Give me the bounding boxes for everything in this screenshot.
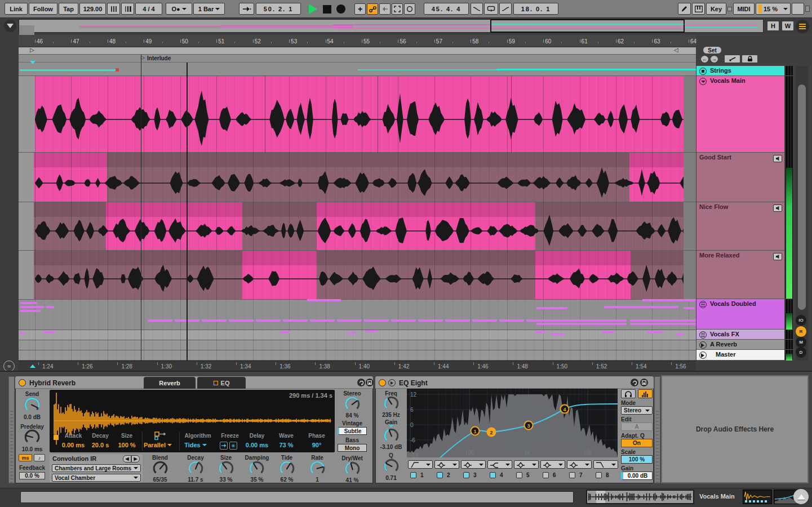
midi-note[interactable] bbox=[202, 319, 227, 322]
loop-marker-triangle[interactable] bbox=[30, 61, 36, 67]
stop-button[interactable] bbox=[323, 5, 331, 14]
toggle-io-section[interactable]: IO bbox=[796, 315, 806, 326]
midi-note[interactable] bbox=[472, 319, 497, 322]
lane-name[interactable]: More Relaxed bbox=[699, 252, 740, 259]
band-2-filter-type-select[interactable] bbox=[434, 460, 459, 469]
send-knob[interactable] bbox=[24, 397, 40, 413]
tempo-field[interactable]: 129.00 bbox=[79, 3, 106, 15]
time-ruler[interactable]: 1:241:261:281:301:321:341:361:381:401:42… bbox=[19, 361, 696, 371]
tab-eq[interactable]: EQ bbox=[197, 377, 246, 389]
tide-knob[interactable] bbox=[279, 461, 295, 476]
strings-automation-segment[interactable] bbox=[358, 69, 496, 70]
insert-marker-playhead[interactable] bbox=[187, 63, 188, 361]
time-signature-field[interactable]: 4 / 4 bbox=[135, 3, 162, 15]
feedback-field[interactable]: 0.0 % bbox=[19, 472, 45, 479]
take-lane-good-start[interactable]: Good Start bbox=[696, 153, 784, 202]
vocals-fx-row[interactable] bbox=[19, 330, 696, 340]
routing-icon[interactable] bbox=[153, 432, 167, 442]
loop-length-field[interactable]: 18. 0. 1 bbox=[513, 3, 558, 15]
midi-note[interactable] bbox=[526, 319, 551, 322]
midi-note[interactable] bbox=[43, 331, 55, 333]
locator-label[interactable]: Interlude bbox=[147, 55, 171, 61]
midi-note[interactable] bbox=[20, 332, 26, 334]
track-name[interactable]: Strings bbox=[710, 67, 731, 74]
capture-midi-button[interactable] bbox=[392, 3, 403, 15]
mode-select[interactable]: Stereo bbox=[621, 406, 653, 415]
algorithm-menu[interactable]: Tides bbox=[178, 442, 213, 448]
midi-note[interactable] bbox=[536, 307, 567, 309]
hot-swap-icon[interactable] bbox=[357, 379, 365, 386]
scroll-marker-triangle[interactable] bbox=[30, 362, 36, 368]
save-preset-icon[interactable] bbox=[640, 379, 648, 386]
take-lane-more-relaxed[interactable]: More Relaxed bbox=[696, 251, 784, 299]
midi-note[interactable] bbox=[229, 319, 254, 322]
midi-note[interactable] bbox=[642, 299, 696, 301]
band-4-filter-type-select[interactable] bbox=[487, 460, 512, 469]
prev-ir-button[interactable]: ◀ bbox=[123, 455, 131, 462]
audition-icon[interactable] bbox=[621, 389, 636, 398]
loop-button[interactable] bbox=[484, 3, 498, 15]
midi-note[interactable] bbox=[281, 331, 290, 333]
freq-knob[interactable] bbox=[384, 396, 399, 411]
punch-out-button[interactable] bbox=[499, 3, 512, 15]
midi-note[interactable] bbox=[256, 319, 281, 322]
band-7-enable-checkbox[interactable] bbox=[569, 472, 575, 478]
band-3-filter-type-select[interactable] bbox=[461, 460, 486, 469]
midi-note[interactable] bbox=[445, 319, 470, 322]
spectrum-toggle-icon[interactable] bbox=[638, 389, 653, 398]
punch-in-button[interactable] bbox=[471, 3, 483, 15]
midi-note[interactable] bbox=[499, 319, 524, 322]
automation-mode-button[interactable] bbox=[724, 55, 740, 63]
track-header-vocals-main[interactable]: Vocals Main bbox=[696, 76, 784, 153]
groove-amount-button[interactable]: O● bbox=[166, 3, 192, 15]
computer-midi-keyboard-button[interactable] bbox=[692, 3, 705, 15]
session-record-button[interactable] bbox=[404, 3, 415, 15]
midi-note[interactable] bbox=[536, 323, 627, 325]
midi-note[interactable] bbox=[418, 319, 443, 322]
toggle-m-section[interactable]: M bbox=[796, 337, 806, 348]
unfold-icon[interactable] bbox=[699, 78, 707, 85]
bass-mono-select[interactable]: Mono bbox=[338, 444, 367, 452]
attack-value[interactable]: 0.00 ms bbox=[59, 442, 87, 448]
strings-automation-segment[interactable] bbox=[496, 69, 696, 70]
phase-value[interactable]: 90° bbox=[303, 442, 330, 448]
a-reverb-row[interactable] bbox=[19, 340, 696, 350]
play-button[interactable] bbox=[309, 4, 322, 14]
loop-brace[interactable]: ▷ ◁ bbox=[19, 47, 696, 55]
delay-value[interactable]: 0.00 ms bbox=[242, 442, 272, 448]
quantize-menu[interactable]: 1 Bar bbox=[193, 3, 225, 15]
fold-icon[interactable] bbox=[699, 301, 707, 308]
save-preset-icon[interactable] bbox=[366, 379, 374, 386]
cpu-meter[interactable]: 15 % bbox=[756, 3, 791, 15]
track-name[interactable]: Vocals Doubled bbox=[710, 300, 756, 307]
midi-note[interactable] bbox=[364, 319, 389, 322]
device-on-toggle[interactable] bbox=[19, 379, 26, 386]
tab-reverb[interactable]: Reverb bbox=[144, 377, 196, 389]
new-button[interactable]: + bbox=[354, 3, 366, 15]
locator-marker-icon[interactable]: ▷ bbox=[141, 55, 145, 60]
expand-device-icon[interactable] bbox=[388, 379, 396, 386]
routing-mode-menu[interactable]: Parallel bbox=[140, 442, 176, 448]
ir-file-select[interactable]: Vocal Chamber bbox=[52, 474, 141, 482]
loop-start-handle[interactable]: ▷ bbox=[30, 47, 34, 53]
audio-clip[interactable] bbox=[35, 76, 684, 153]
band-8-filter-type-select[interactable] bbox=[593, 460, 618, 469]
midi-note[interactable] bbox=[283, 319, 308, 322]
stereo-knob[interactable] bbox=[345, 397, 360, 412]
hot-swap-icon[interactable] bbox=[631, 379, 638, 386]
band-3-enable-checkbox[interactable] bbox=[463, 472, 469, 478]
toggle-d-section[interactable]: D bbox=[796, 347, 806, 358]
fold-icon[interactable] bbox=[699, 331, 707, 339]
midi-note[interactable] bbox=[46, 306, 54, 308]
metronome-nudge-up-button[interactable] bbox=[121, 3, 134, 15]
band-8-enable-checkbox[interactable] bbox=[596, 472, 602, 478]
eq-curve-display[interactable]: 1260-6-121001k10k1234 bbox=[407, 389, 618, 457]
q-knob[interactable] bbox=[384, 459, 399, 474]
master-row[interactable] bbox=[19, 350, 696, 361]
band-2-enable-checkbox[interactable] bbox=[437, 472, 443, 478]
re-enable-automation-button[interactable] bbox=[379, 3, 391, 15]
link-button[interactable]: Link bbox=[5, 3, 28, 15]
midi-note[interactable] bbox=[307, 299, 341, 301]
wave-value[interactable]: 73 % bbox=[273, 442, 300, 448]
blend-knob[interactable] bbox=[153, 461, 168, 476]
